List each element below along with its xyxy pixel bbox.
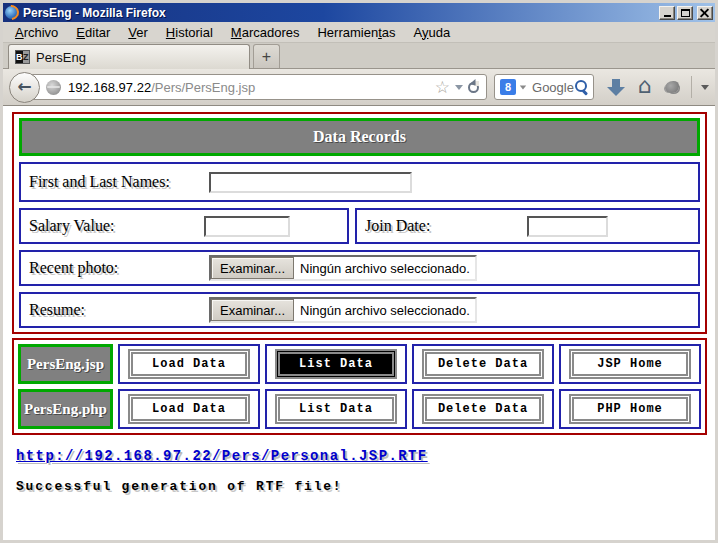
resume-label: Resume: bbox=[29, 301, 209, 319]
action-buttons-table: PersEng.jspLoad DataList DataDelete Data… bbox=[12, 338, 707, 435]
search-engine-dropdown-icon[interactable] bbox=[520, 85, 526, 89]
photo-no-file-text: Ningún archivo seleccionado. bbox=[300, 261, 470, 276]
salary-join-row: Salary Value: Join Date: bbox=[19, 208, 700, 244]
photo-file-input[interactable]: Examinar... Ningún archivo seleccionado. bbox=[209, 255, 477, 281]
tab-label: PersEng bbox=[36, 50, 86, 65]
names-row: First and Last Names: bbox=[19, 162, 700, 202]
close-button[interactable] bbox=[697, 6, 713, 20]
navigation-toolbar: ← 192.168.97.22/Pers/PersEng.jsp ☆ 8 Goo… bbox=[3, 69, 715, 106]
resume-browse-button[interactable]: Examinar... bbox=[211, 299, 294, 321]
new-tab-button[interactable]: + bbox=[253, 44, 280, 68]
delete-data-jsp-button-cell: Delete Data bbox=[412, 344, 554, 384]
menu-historial[interactable]: Historial bbox=[157, 23, 222, 42]
tab-bar: B Z PersEng + bbox=[3, 43, 715, 69]
delete-data-php-button[interactable]: Delete Data bbox=[422, 394, 543, 424]
rtf-link[interactable]: http://192.168.97.22/Pers/Personal.JSP.R… bbox=[16, 448, 428, 464]
join-date-label: Join Date: bbox=[365, 217, 430, 235]
salary-label: Salary Value: bbox=[29, 217, 204, 235]
menu-ayuda[interactable]: Ayuda bbox=[405, 23, 460, 42]
salary-input[interactable] bbox=[204, 216, 290, 237]
menu-bar: ArchivoEditarVerHistorialMarcadoresHerra… bbox=[3, 22, 715, 43]
search-placeholder[interactable]: Google bbox=[532, 80, 574, 95]
row-label-php: PersEng.php bbox=[18, 389, 113, 429]
browser-window: PersEng - Mozilla Firefox ArchivoEditarV… bbox=[0, 0, 718, 543]
google-engine-icon[interactable]: 8 bbox=[500, 79, 516, 95]
jsp-home-button[interactable]: JSP Home bbox=[569, 349, 690, 379]
names-input[interactable] bbox=[209, 172, 412, 193]
menu-archivo[interactable]: Archivo bbox=[6, 23, 67, 42]
title-bar[interactable]: PersEng - Mozilla Firefox bbox=[3, 3, 715, 22]
minimize-icon bbox=[664, 15, 671, 17]
delete-data-php-button-cell: Delete Data bbox=[412, 389, 554, 429]
photo-browse-button[interactable]: Examinar... bbox=[211, 257, 294, 279]
maximize-icon bbox=[681, 9, 690, 17]
firefox-icon bbox=[5, 6, 18, 19]
site-identity-globe-icon[interactable] bbox=[46, 80, 61, 95]
status-text: Successful generation of RTF file! bbox=[16, 479, 715, 494]
salary-cell: Salary Value: bbox=[19, 208, 349, 244]
row-label-jsp: PersEng.jsp bbox=[18, 344, 113, 384]
close-icon bbox=[700, 8, 710, 17]
url-bar[interactable]: 192.168.97.22/Pers/PersEng.jsp ☆ bbox=[23, 74, 487, 100]
bookmark-star-icon[interactable]: ☆ bbox=[435, 79, 450, 96]
menu-editar[interactable]: Editar bbox=[67, 23, 119, 42]
load-data-jsp-button-cell: Load Data bbox=[118, 344, 260, 384]
names-label: First and Last Names: bbox=[29, 173, 209, 191]
back-button[interactable]: ← bbox=[9, 72, 40, 103]
site-favicon-icon: B Z bbox=[15, 50, 30, 64]
photo-label: Recent photo: bbox=[29, 259, 209, 277]
resume-no-file-text: Ningún archivo seleccionado. bbox=[300, 303, 470, 318]
resume-file-input[interactable]: Examinar... Ningún archivo seleccionado. bbox=[209, 297, 477, 323]
load-data-jsp-button[interactable]: Load Data bbox=[128, 349, 249, 379]
maximize-button[interactable] bbox=[677, 6, 693, 20]
addon-icon[interactable] bbox=[665, 81, 679, 93]
list-data-php-button[interactable]: List Data bbox=[275, 394, 396, 424]
resume-row: Resume: Examinar... Ningún archivo selec… bbox=[19, 292, 700, 328]
search-box[interactable]: 8 Google bbox=[494, 74, 594, 100]
url-dropdown-icon[interactable] bbox=[455, 85, 463, 90]
toolbar-separator bbox=[691, 76, 692, 98]
minimize-button[interactable] bbox=[659, 6, 675, 20]
data-records-form: Data Records First and Last Names: Salar… bbox=[12, 112, 707, 334]
list-data-jsp-button-cell: List Data bbox=[265, 344, 407, 384]
reload-icon[interactable] bbox=[468, 82, 479, 93]
menu-ver[interactable]: Ver bbox=[119, 23, 157, 42]
form-header: Data Records bbox=[19, 118, 700, 156]
php-home-button[interactable]: PHP Home bbox=[569, 394, 690, 424]
menu-herramientas[interactable]: Herramientas bbox=[308, 23, 404, 42]
join-date-cell: Join Date: bbox=[355, 208, 700, 244]
tab-perseng[interactable]: B Z PersEng bbox=[8, 44, 250, 69]
list-data-php-button-cell: List Data bbox=[265, 389, 407, 429]
delete-data-jsp-button[interactable]: Delete Data bbox=[422, 349, 543, 379]
url-host: 192.168.97.22 bbox=[68, 80, 151, 95]
load-data-php-button-cell: Load Data bbox=[118, 389, 260, 429]
join-date-input[interactable] bbox=[527, 216, 608, 237]
home-icon[interactable]: ⌂ bbox=[638, 75, 652, 97]
toolbar-overflow-chevron-icon[interactable] bbox=[701, 85, 709, 90]
php-home-button-cell: PHP Home bbox=[559, 389, 701, 429]
url-path: /Pers/PersEng.jsp bbox=[151, 80, 255, 95]
jsp-home-button-cell: JSP Home bbox=[559, 344, 701, 384]
photo-row: Recent photo: Examinar... Ningún archivo… bbox=[19, 250, 700, 286]
list-data-jsp-button[interactable]: List Data bbox=[275, 349, 396, 379]
page-content: Data Records First and Last Names: Salar… bbox=[3, 106, 715, 540]
load-data-php-button[interactable]: Load Data bbox=[128, 394, 249, 424]
downloads-icon[interactable] bbox=[607, 79, 625, 96]
window-title: PersEng - Mozilla Firefox bbox=[23, 6, 659, 20]
search-magnifier-icon[interactable] bbox=[574, 80, 589, 95]
url-text[interactable]: 192.168.97.22/Pers/PersEng.jsp bbox=[68, 80, 435, 95]
menu-marcadores[interactable]: Marcadores bbox=[222, 23, 309, 42]
button-row-jsp: PersEng.jspLoad DataList DataDelete Data… bbox=[18, 344, 701, 384]
button-row-php: PersEng.phpLoad DataList DataDelete Data… bbox=[18, 389, 701, 429]
back-arrow-icon: ← bbox=[17, 78, 31, 95]
